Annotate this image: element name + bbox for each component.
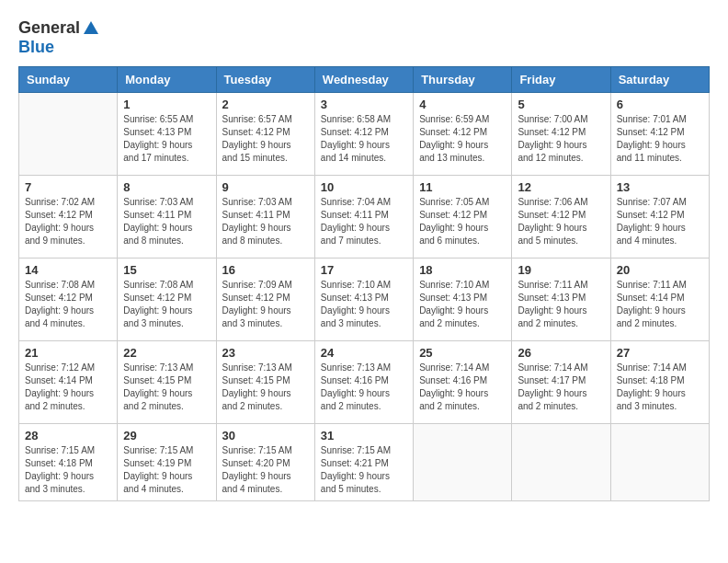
- day-number: 25: [419, 346, 506, 360]
- day-number: 1: [123, 98, 210, 111]
- day-info: Sunrise: 7:03 AMSunset: 4:11 PMDaylight:…: [123, 196, 210, 247]
- day-info: Sunrise: 7:14 AMSunset: 4:18 PMDaylight:…: [617, 362, 703, 413]
- day-number: 23: [222, 346, 309, 360]
- day-number: 8: [123, 180, 210, 194]
- calendar-cell: 31Sunrise: 7:15 AMSunset: 4:21 PMDayligh…: [314, 424, 413, 501]
- calendar-cell: 8Sunrise: 7:03 AMSunset: 4:11 PMDaylight…: [118, 176, 216, 259]
- calendar-cell: 2Sunrise: 6:57 AMSunset: 4:12 PMDaylight…: [216, 93, 314, 176]
- column-header-saturday: Saturday: [610, 67, 709, 93]
- column-header-wednesday: Wednesday: [314, 67, 413, 93]
- calendar-cell: 6Sunrise: 7:01 AMSunset: 4:12 PMDaylight…: [610, 93, 709, 176]
- logo-blue-text: Blue: [18, 38, 54, 56]
- day-number: 15: [123, 263, 210, 277]
- column-header-friday: Friday: [512, 67, 610, 93]
- column-header-monday: Monday: [118, 67, 216, 93]
- day-info: Sunrise: 7:12 AMSunset: 4:14 PMDaylight:…: [25, 362, 111, 413]
- day-number: 11: [419, 180, 506, 194]
- day-number: 7: [25, 180, 111, 194]
- day-info: Sunrise: 7:08 AMSunset: 4:12 PMDaylight:…: [25, 279, 111, 330]
- day-number: 6: [617, 98, 703, 111]
- day-number: 9: [222, 180, 309, 194]
- day-number: 12: [518, 180, 604, 194]
- day-number: 30: [222, 429, 309, 442]
- day-number: 4: [419, 98, 506, 111]
- calendar-cell: 21Sunrise: 7:12 AMSunset: 4:14 PMDayligh…: [19, 341, 118, 424]
- day-info: Sunrise: 7:07 AMSunset: 4:12 PMDaylight:…: [617, 196, 703, 247]
- day-info: Sunrise: 7:14 AMSunset: 4:17 PMDaylight:…: [518, 362, 604, 413]
- calendar-cell: [512, 424, 610, 501]
- day-info: Sunrise: 7:06 AMSunset: 4:12 PMDaylight:…: [518, 196, 604, 247]
- calendar-cell: [610, 424, 709, 501]
- calendar-cell: 28Sunrise: 7:15 AMSunset: 4:18 PMDayligh…: [19, 424, 118, 501]
- day-number: 27: [617, 346, 703, 360]
- day-number: 20: [617, 263, 703, 277]
- calendar-cell: 11Sunrise: 7:05 AMSunset: 4:12 PMDayligh…: [414, 176, 512, 259]
- svg-marker-0: [84, 21, 98, 34]
- day-number: 5: [518, 98, 604, 111]
- day-info: Sunrise: 7:14 AMSunset: 4:16 PMDaylight:…: [419, 362, 506, 413]
- calendar-cell: 24Sunrise: 7:13 AMSunset: 4:16 PMDayligh…: [314, 341, 413, 424]
- day-info: Sunrise: 6:55 AMSunset: 4:13 PMDaylight:…: [123, 113, 210, 165]
- day-info: Sunrise: 7:11 AMSunset: 4:14 PMDaylight:…: [617, 279, 703, 330]
- calendar-cell: 25Sunrise: 7:14 AMSunset: 4:16 PMDayligh…: [414, 341, 512, 424]
- day-number: 22: [123, 346, 210, 360]
- calendar-cell: 19Sunrise: 7:11 AMSunset: 4:13 PMDayligh…: [512, 259, 610, 341]
- day-info: Sunrise: 7:10 AMSunset: 4:13 PMDaylight:…: [321, 279, 407, 330]
- day-info: Sunrise: 7:10 AMSunset: 4:13 PMDaylight:…: [419, 279, 506, 330]
- day-number: 28: [25, 429, 111, 442]
- calendar-cell: 12Sunrise: 7:06 AMSunset: 4:12 PMDayligh…: [512, 176, 610, 259]
- calendar-cell: 27Sunrise: 7:14 AMSunset: 4:18 PMDayligh…: [610, 341, 709, 424]
- day-number: 26: [518, 346, 604, 360]
- day-number: 18: [419, 263, 506, 277]
- calendar-cell: 26Sunrise: 7:14 AMSunset: 4:17 PMDayligh…: [512, 341, 610, 424]
- day-info: Sunrise: 7:15 AMSunset: 4:20 PMDaylight:…: [222, 444, 309, 496]
- calendar-cell: 22Sunrise: 7:13 AMSunset: 4:15 PMDayligh…: [118, 341, 216, 424]
- day-info: Sunrise: 6:57 AMSunset: 4:12 PMDaylight:…: [222, 113, 309, 165]
- day-info: Sunrise: 7:01 AMSunset: 4:12 PMDaylight:…: [617, 113, 703, 165]
- day-number: 3: [321, 98, 407, 111]
- day-info: Sunrise: 6:58 AMSunset: 4:12 PMDaylight:…: [321, 113, 407, 165]
- calendar: SundayMondayTuesdayWednesdayThursdayFrid…: [18, 66, 710, 501]
- logo: General Blue: [18, 18, 100, 57]
- day-info: Sunrise: 7:04 AMSunset: 4:11 PMDaylight:…: [321, 196, 407, 247]
- day-info: Sunrise: 7:08 AMSunset: 4:12 PMDaylight:…: [123, 279, 210, 330]
- column-header-sunday: Sunday: [19, 67, 118, 93]
- logo-icon: [82, 19, 100, 38]
- calendar-cell: 5Sunrise: 7:00 AMSunset: 4:12 PMDaylight…: [512, 93, 610, 176]
- day-info: Sunrise: 6:59 AMSunset: 4:12 PMDaylight:…: [419, 113, 506, 165]
- calendar-cell: 3Sunrise: 6:58 AMSunset: 4:12 PMDaylight…: [314, 93, 413, 176]
- day-number: 17: [321, 263, 407, 277]
- calendar-cell: 1Sunrise: 6:55 AMSunset: 4:13 PMDaylight…: [118, 93, 216, 176]
- logo-general-text: General: [18, 18, 80, 38]
- day-number: 31: [321, 429, 407, 442]
- calendar-cell: 15Sunrise: 7:08 AMSunset: 4:12 PMDayligh…: [118, 259, 216, 341]
- calendar-cell: 17Sunrise: 7:10 AMSunset: 4:13 PMDayligh…: [314, 259, 413, 341]
- column-header-tuesday: Tuesday: [216, 67, 314, 93]
- day-info: Sunrise: 7:13 AMSunset: 4:15 PMDaylight:…: [123, 362, 210, 413]
- header: General Blue: [18, 18, 710, 57]
- day-info: Sunrise: 7:13 AMSunset: 4:15 PMDaylight:…: [222, 362, 309, 413]
- calendar-cell: 14Sunrise: 7:08 AMSunset: 4:12 PMDayligh…: [19, 259, 118, 341]
- day-info: Sunrise: 7:13 AMSunset: 4:16 PMDaylight:…: [321, 362, 407, 413]
- day-number: 21: [25, 346, 111, 360]
- day-info: Sunrise: 7:05 AMSunset: 4:12 PMDaylight:…: [419, 196, 506, 247]
- day-info: Sunrise: 7:15 AMSunset: 4:21 PMDaylight:…: [321, 444, 407, 496]
- calendar-cell: 10Sunrise: 7:04 AMSunset: 4:11 PMDayligh…: [314, 176, 413, 259]
- day-info: Sunrise: 7:15 AMSunset: 4:18 PMDaylight:…: [25, 444, 111, 496]
- calendar-cell: 4Sunrise: 6:59 AMSunset: 4:12 PMDaylight…: [414, 93, 512, 176]
- calendar-cell: 30Sunrise: 7:15 AMSunset: 4:20 PMDayligh…: [216, 424, 314, 501]
- calendar-cell: 18Sunrise: 7:10 AMSunset: 4:13 PMDayligh…: [414, 259, 512, 341]
- day-number: 13: [617, 180, 703, 194]
- day-info: Sunrise: 7:15 AMSunset: 4:19 PMDaylight:…: [123, 444, 210, 496]
- day-number: 10: [321, 180, 407, 194]
- calendar-cell: 13Sunrise: 7:07 AMSunset: 4:12 PMDayligh…: [610, 176, 709, 259]
- day-info: Sunrise: 7:00 AMSunset: 4:12 PMDaylight:…: [518, 113, 604, 165]
- day-info: Sunrise: 7:03 AMSunset: 4:11 PMDaylight:…: [222, 196, 309, 247]
- calendar-cell: 7Sunrise: 7:02 AMSunset: 4:12 PMDaylight…: [19, 176, 118, 259]
- day-number: 16: [222, 263, 309, 277]
- calendar-cell: [414, 424, 512, 501]
- calendar-cell: 16Sunrise: 7:09 AMSunset: 4:12 PMDayligh…: [216, 259, 314, 341]
- calendar-cell: 29Sunrise: 7:15 AMSunset: 4:19 PMDayligh…: [118, 424, 216, 501]
- day-number: 2: [222, 98, 309, 111]
- calendar-cell: 9Sunrise: 7:03 AMSunset: 4:11 PMDaylight…: [216, 176, 314, 259]
